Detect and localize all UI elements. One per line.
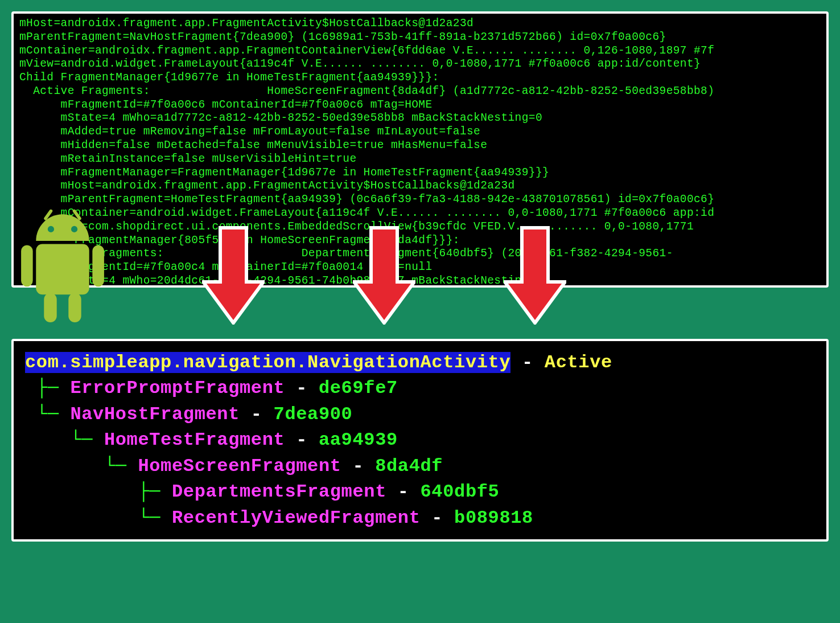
raw-dump-terminal: mHost=androidx.fragment.app.FragmentActi…: [11, 11, 829, 288]
dump-line: mHidden=false mDetached=false mMenuVisib…: [19, 139, 821, 153]
fragment-tree-terminal: com.simpleapp.navigation.NavigationActiv…: [11, 339, 829, 542]
separator: -: [285, 378, 319, 399]
tree-node: └─ HomeTestFragment - aa94939: [25, 427, 815, 453]
fragment-name: DepartmentsFragment: [172, 481, 386, 502]
activity-name: com.simpleapp.navigation.NavigationActiv…: [25, 352, 510, 373]
fragment-hash: 640dbf5: [421, 481, 500, 502]
svg-rect-6: [92, 245, 104, 286]
tree-branch-icon: └─: [25, 429, 104, 450]
svg-point-3: [71, 226, 77, 232]
dump-line: mHost=androidx.fragment.app.FragmentActi…: [19, 179, 821, 193]
fragment-hash: b089818: [454, 507, 533, 528]
fragment-hash: 8da4df: [375, 456, 443, 477]
fragment-name: HomeScreenFragment: [138, 456, 341, 477]
separator: -: [240, 404, 274, 425]
dump-line: Active Fragments: HomeScreenFragment{8da…: [19, 85, 821, 99]
dump-line: w=com.shopdirect.ui.components.EmbeddedS…: [19, 220, 821, 234]
tree-branch-icon: ├─: [25, 378, 70, 399]
svg-point-2: [48, 226, 54, 232]
dump-line: mParentFragment=HomeTestFragment{aa94939…: [19, 193, 821, 207]
dump-line: mParentFragment=NavHostFragment{7dea900}…: [19, 31, 821, 44]
svg-rect-8: [68, 293, 81, 322]
tree-branch-icon: ├─: [25, 481, 172, 502]
svg-rect-7: [44, 293, 56, 322]
separator: -: [421, 507, 455, 528]
dump-line: mRetainInstance=false mUserVisibleHint=t…: [19, 153, 821, 166]
fragment-name: RecentlyViewedFragment: [172, 507, 421, 528]
android-robot-icon: [9, 208, 117, 330]
dump-line: ve Fragments: DepartmentsFragment{640dbf…: [19, 247, 821, 261]
dump-line: mFragmentId=#7f0a00c6 mContainerId=#7f0a…: [19, 99, 821, 112]
tree-node: ├─ DepartmentsFragment - 640dbf5: [25, 479, 815, 505]
svg-rect-5: [21, 245, 33, 286]
fragment-hash: 7dea900: [274, 404, 353, 425]
dump-line: Child FragmentManager{1d9677e in HomeTes…: [19, 71, 821, 85]
dump-line: agmentId=#7f0a00c4 mContainerId=#7f0a001…: [19, 261, 821, 274]
separator: -: [510, 352, 545, 373]
fragment-hash: de69fe7: [319, 378, 398, 399]
tree-node: └─ NavHostFragment - 7dea900: [25, 401, 815, 427]
dump-line: mFragmentManager=FragmentManager{1d9677e…: [19, 166, 821, 180]
tree-branch-icon: └─: [25, 404, 70, 425]
tree-node: ├─ ErrorPromptFragment - de69fe7: [25, 375, 815, 401]
separator: -: [386, 481, 421, 502]
dump-line: mContainer=androidx.fragment.app.Fragmen…: [19, 44, 821, 58]
dump-line: ate=4 mWho=20d4dc61-f382-4294-9561-74b0b…: [19, 274, 821, 288]
tree-branch-icon: └─: [25, 507, 172, 528]
tree-node: └─ HomeScreenFragment - 8da4df: [25, 453, 815, 479]
dump-line: mAdded=true mRemoving=false mFromLayout=…: [19, 125, 821, 139]
fragment-name: ErrorPromptFragment: [70, 378, 285, 399]
fragment-name: NavHostFragment: [70, 404, 240, 425]
activity-status: Active: [545, 352, 612, 373]
separator: -: [341, 456, 376, 477]
dump-line: mView=android.widget.FrameLayout{a119c4f…: [19, 58, 821, 71]
tree-node: └─ RecentlyViewedFragment - b089818: [25, 505, 815, 531]
tree-branch-icon: └─: [25, 456, 138, 477]
dump-line: mContainer=android.widget.FrameLayout{a1…: [19, 207, 821, 220]
dump-line: mState=4 mWho=a1d7772c-a812-42bb-8252-50…: [19, 112, 821, 125]
svg-rect-4: [36, 244, 89, 295]
dump-line: FragmentManager{805f52c in HomeScreenFra…: [19, 234, 821, 248]
fragment-name: HomeTestFragment: [104, 429, 285, 450]
activity-line: com.simpleapp.navigation.NavigationActiv…: [25, 350, 815, 375]
separator: -: [285, 429, 319, 450]
dump-line: mHost=androidx.fragment.app.FragmentActi…: [19, 17, 821, 31]
fragment-hash: aa94939: [319, 429, 398, 450]
